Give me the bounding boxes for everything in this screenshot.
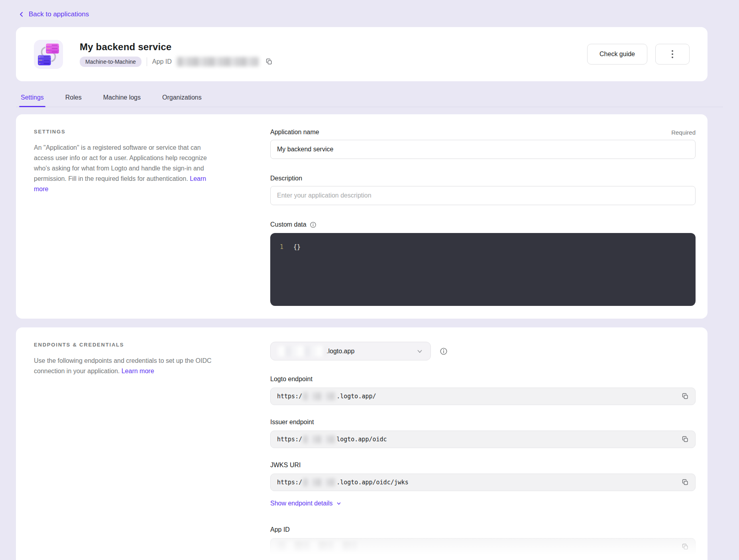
tenant-domain-redacted-value	[278, 346, 326, 356]
machine-to-machine-app-icon	[34, 40, 63, 69]
logto-endpoint-redacted-part	[303, 392, 336, 400]
tab-settings[interactable]: Settings	[19, 93, 45, 107]
show-endpoint-details-link[interactable]: Show endpoint details	[270, 500, 342, 507]
jwks-uri-group: JWKS URI https:/ .logto.app/oidc/jwks	[270, 462, 696, 491]
settings-section-description: An "Application" is a registered softwar…	[34, 143, 221, 194]
custom-data-info-icon[interactable]	[310, 221, 316, 228]
tab-machine-logs[interactable]: Machine logs	[102, 93, 142, 107]
custom-data-group: Custom data 1 {}	[270, 221, 696, 306]
app-id-value-field	[270, 538, 696, 556]
app-id-redacted-value	[278, 542, 360, 552]
chevron-left-icon	[18, 11, 25, 18]
description-label: Description	[270, 175, 302, 182]
editor-line-number: 1	[280, 243, 293, 306]
chevron-down-icon	[416, 348, 423, 355]
jwks-uri-value-field: https:/ .logto.app/oidc/jwks	[270, 474, 696, 491]
logto-endpoint-suffix: .logto.app/	[336, 393, 376, 400]
application-name-input[interactable]	[270, 140, 696, 159]
endpoints-section-description: Use the following endpoints and credenti…	[34, 356, 221, 376]
tenant-domain-select[interactable]: .logto.app	[270, 342, 431, 360]
chevron-down-icon	[336, 501, 342, 506]
logto-endpoint-group: Logto endpoint https:/ .logto.app/	[270, 376, 696, 405]
tab-organizations[interactable]: Organizations	[161, 93, 203, 107]
description-input[interactable]	[270, 186, 696, 205]
kebab-menu-icon	[672, 49, 673, 59]
copy-icon	[682, 479, 689, 486]
issuer-endpoint-label: Issuer endpoint	[270, 419, 696, 426]
issuer-endpoint-group: Issuer endpoint https:/ logto.app/oidc	[270, 419, 696, 448]
endpoints-credentials-card: ENDPOINTS & CREDENTIALS Use the followin…	[16, 327, 708, 560]
logto-endpoint-value-field: https:/ .logto.app/	[270, 388, 696, 405]
back-link-label: Back to applications	[29, 10, 89, 18]
custom-data-label: Custom data	[270, 221, 307, 228]
editor-code-content: {}	[293, 243, 301, 306]
required-hint: Required	[671, 129, 696, 136]
settings-card: SETTINGS An "Application" is a registere…	[16, 114, 708, 319]
copy-icon	[682, 436, 689, 443]
app-id-label: App ID	[270, 526, 696, 533]
more-actions-button[interactable]	[655, 44, 690, 65]
settings-section-title: SETTINGS	[34, 129, 225, 135]
domain-info-icon[interactable]	[440, 347, 448, 355]
meta-divider	[147, 57, 147, 66]
settings-description-text: An "Application" is a registered softwar…	[34, 144, 207, 182]
endpoints-section-title: ENDPOINTS & CREDENTIALS	[34, 342, 225, 348]
tenant-domain-suffix: .logto.app	[326, 348, 354, 355]
copy-icon	[682, 543, 689, 550]
show-endpoint-details-label: Show endpoint details	[270, 500, 333, 507]
copy-icon	[265, 58, 273, 65]
application-type-badge: Machine-to-Machine	[80, 57, 142, 67]
application-header-card: My backend service Machine-to-Machine Ap…	[16, 27, 708, 81]
logto-endpoint-copy-button[interactable]	[680, 391, 690, 401]
app-id-copy-button[interactable]	[680, 542, 690, 552]
issuer-endpoint-value-field: https:/ logto.app/oidc	[270, 431, 696, 448]
jwks-uri-copy-button[interactable]	[680, 477, 690, 488]
jwks-uri-suffix: .logto.app/oidc/jwks	[336, 479, 409, 486]
application-name-label: Application name	[270, 129, 319, 136]
header-app-id-copy-button[interactable]	[264, 57, 274, 67]
tab-roles[interactable]: Roles	[64, 93, 83, 107]
jwks-uri-label: JWKS URI	[270, 462, 696, 469]
header-app-id-label: App ID	[152, 58, 172, 65]
issuer-endpoint-prefix: https:/	[277, 436, 302, 443]
logto-endpoint-prefix: https:/	[277, 393, 302, 400]
app-id-group: App ID	[270, 526, 696, 556]
logto-endpoint-label: Logto endpoint	[270, 376, 696, 383]
jwks-uri-redacted-part	[303, 478, 336, 486]
back-to-applications-link[interactable]: Back to applications	[18, 10, 89, 18]
issuer-endpoint-copy-button[interactable]	[680, 434, 690, 444]
application-title: My backend service	[80, 41, 274, 53]
issuer-endpoint-suffix: logto.app/oidc	[336, 436, 387, 443]
description-group: Description	[270, 175, 696, 205]
issuer-endpoint-redacted-part	[303, 435, 336, 443]
header-app-id-redacted-value	[177, 57, 259, 67]
jwks-uri-prefix: https:/	[277, 479, 302, 486]
custom-data-code-editor[interactable]: 1 {}	[270, 233, 696, 306]
check-guide-button[interactable]: Check guide	[587, 44, 647, 65]
endpoints-learn-more-link[interactable]: Learn more	[122, 368, 154, 374]
application-tabs: Settings Roles Machine logs Organization…	[16, 93, 723, 107]
copy-icon	[682, 393, 689, 400]
application-name-group: Application name Required	[270, 129, 696, 159]
